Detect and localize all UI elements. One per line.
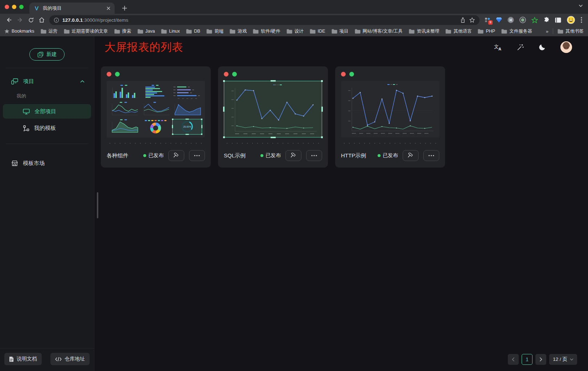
card-red-dot — [341, 72, 346, 77]
next-page-button[interactable] — [535, 354, 546, 365]
chevron-up-icon[interactable] — [80, 80, 85, 83]
browser-tab[interactable]: 我的项目 — [29, 3, 115, 14]
bookmark-folder[interactable]: PHP — [478, 29, 495, 34]
mini-area-chart-blue — [172, 101, 202, 117]
bookmarks-root[interactable]: Bookmarks — [4, 29, 34, 34]
magic-wand-icon[interactable] — [517, 44, 524, 51]
mini-horizontal-bar-chart — [141, 83, 171, 100]
user-avatar[interactable] — [560, 41, 572, 53]
edit-project-button[interactable] — [403, 150, 419, 161]
prev-page-button[interactable] — [508, 354, 519, 365]
bookmarks-overflow-chevron[interactable]: » — [546, 29, 548, 34]
bookmark-folder[interactable]: Java — [137, 29, 155, 34]
bookmarks-right-group: » 其他书签 — [546, 28, 584, 34]
template-icon — [23, 125, 29, 131]
bookmark-folder[interactable]: 近期需要读的文章 — [64, 28, 108, 34]
bookmark-folder[interactable]: 网站/博客/文章/工具 — [355, 28, 403, 34]
svg-text:A: A — [498, 47, 501, 51]
project-card[interactable]: 25.00% 各种组件 已发布 — [101, 66, 211, 168]
favicon — [34, 5, 40, 11]
bookmark-folder[interactable]: 资讯未整理 — [409, 28, 440, 34]
mini-line-chart-2 — [141, 101, 171, 117]
bookmark-folder[interactable]: 文件服务器 — [501, 28, 532, 34]
reload-icon[interactable] — [25, 15, 36, 25]
more-actions-button[interactable] — [306, 150, 322, 161]
project-preview-charts-grid[interactable]: 25.00% — [107, 81, 205, 137]
bookmark-folder[interactable]: 其他语言 — [445, 28, 472, 34]
sidebar-item-template-market[interactable]: 模板市场 — [0, 156, 94, 170]
header-actions: 文A — [494, 41, 572, 53]
project-card[interactable]: SQL示例 已发布 — [218, 66, 328, 168]
mini-gauge-selected: 25.00% — [172, 119, 202, 135]
bookmark-folder[interactable]: DB — [186, 29, 200, 34]
dual-circle-extension-icon[interactable] — [519, 17, 526, 23]
side-panel-icon[interactable] — [555, 17, 561, 23]
close-window-button[interactable] — [5, 5, 9, 9]
bookmark-folder[interactable]: 项目 — [332, 28, 349, 34]
edit-project-button[interactable] — [285, 150, 301, 161]
back-icon[interactable] — [4, 15, 15, 25]
status-dot — [143, 154, 146, 157]
url-text[interactable]: 127.0.0.1:3000/#/project/items — [62, 17, 128, 23]
project-cards: 25.00% 各种组件 已发布 — [94, 58, 588, 168]
share-icon[interactable] — [460, 17, 466, 23]
page-title: 大屏报表的列表 — [104, 40, 183, 55]
edit-project-button[interactable] — [168, 150, 184, 161]
forward-icon[interactable] — [15, 15, 25, 25]
project-card[interactable]: HTTP示例 已发布 — [335, 66, 445, 168]
project-preview-line-chart[interactable] — [341, 81, 439, 137]
bookmark-folder[interactable]: IDE — [310, 29, 325, 34]
minimize-window-button[interactable] — [12, 5, 16, 9]
command-circle-extension-icon[interactable]: ⌘ — [507, 17, 514, 23]
tab-search-chevron-icon[interactable] — [579, 4, 583, 7]
tab-close-icon[interactable] — [107, 7, 110, 10]
bookmark-folder[interactable]: 前端 — [206, 28, 223, 34]
app-sidebar: 新建 项目 我的 全部项目 我的模板 — [0, 36, 94, 371]
home-icon[interactable] — [36, 15, 47, 25]
docs-button[interactable]: 说明文档 — [4, 353, 42, 365]
address-bar[interactable]: 127.0.0.1:3000/#/project/items — [49, 15, 480, 25]
profile-avatar-emoji[interactable] — [567, 16, 575, 24]
zoom-window-button[interactable] — [19, 5, 24, 9]
sidebar-item-all-projects[interactable]: 全部项目 — [3, 104, 91, 119]
more-actions-button[interactable] — [189, 150, 205, 161]
extensions-puzzle-icon[interactable] — [543, 17, 550, 23]
sidebar-section-projects[interactable]: 项目 — [0, 75, 94, 87]
bookmark-folder[interactable]: 搜索 — [114, 28, 131, 34]
project-status: 已发布 — [260, 152, 281, 159]
sidebar-divider — [6, 144, 88, 144]
repo-button[interactable]: 仓库地址 — [50, 353, 90, 365]
status-dot — [260, 154, 263, 157]
green-star-extension-icon[interactable] — [531, 17, 538, 23]
browser-menu-icon[interactable] — [581, 17, 582, 23]
chevron-down-icon — [570, 358, 573, 360]
status-dot — [378, 154, 381, 157]
gem-extension-icon[interactable] — [496, 17, 502, 23]
page-number-button[interactable]: 1 — [522, 354, 533, 365]
mini-capsule-chart — [172, 83, 202, 100]
svg-text:⌘: ⌘ — [509, 18, 513, 22]
sidebar-item-my-templates[interactable]: 我的模板 — [3, 121, 91, 135]
bookmark-folder[interactable]: 运营 — [41, 28, 58, 34]
bookmark-folder[interactable]: 软件/硬件 — [253, 28, 280, 34]
language-translate-icon[interactable]: 文A — [494, 44, 502, 51]
bookmark-folder[interactable]: Linux — [161, 29, 180, 34]
more-actions-button[interactable] — [423, 150, 439, 161]
card-red-dot — [224, 72, 229, 77]
scrollbar-thumb[interactable] — [97, 192, 98, 218]
bookmark-folder[interactable]: 设计 — [287, 28, 304, 34]
page-size-select[interactable]: 12 / 页 — [549, 354, 577, 365]
site-info-icon[interactable] — [54, 17, 59, 23]
page-header: 大屏报表的列表 文A — [94, 36, 588, 58]
tab-group-extension-icon[interactable]: 9 — [485, 17, 490, 23]
bookmark-star-icon[interactable] — [469, 17, 475, 23]
dark-mode-moon-icon[interactable] — [539, 44, 546, 51]
new-project-button[interactable]: 新建 — [29, 48, 65, 61]
extension-badge: 9 — [488, 20, 493, 25]
other-bookmarks[interactable]: 其他书签 — [558, 28, 584, 34]
project-preview-line-chart-selected[interactable] — [224, 81, 322, 137]
project-status: 已发布 — [143, 152, 164, 159]
document-icon — [9, 356, 14, 362]
bookmark-folder[interactable]: 游戏 — [230, 28, 247, 34]
new-tab-button[interactable] — [122, 5, 127, 11]
